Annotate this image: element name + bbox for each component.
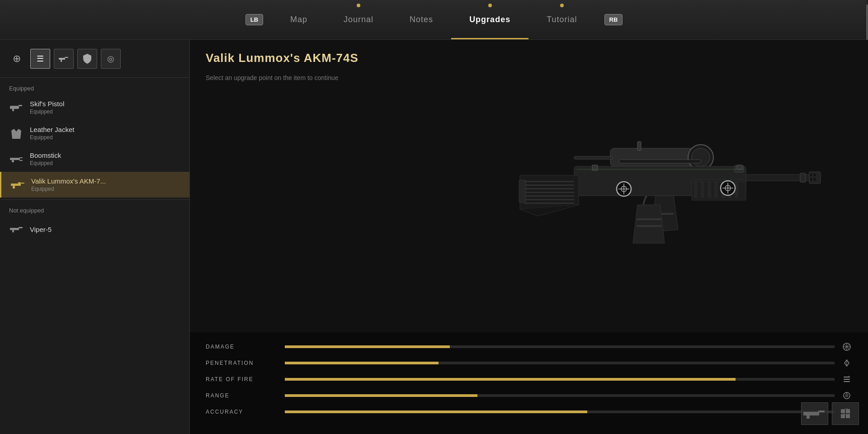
nav-item-tutorial[interactable]: Tutorial (528, 0, 595, 39)
rb-button[interactable]: RB (604, 14, 623, 25)
grid-view-button[interactable] (832, 402, 859, 425)
svg-rect-1 (65, 57, 68, 58)
boomstick-info: Boomstick Equipped (30, 151, 61, 166)
sidebar-icon-bar: ⊕ ☰ ◎ (0, 44, 189, 75)
svg-rect-6 (10, 158, 20, 160)
upgrade-hint: Select an upgrade point on the item to c… (206, 73, 852, 83)
nav-item-map[interactable]: Map (272, 0, 326, 39)
sidebar-item-valik-akm[interactable]: Valik Lummox's AKM-7... Equipped (0, 172, 189, 198)
main-layout: ⊕ ☰ ◎ Equipped (0, 40, 868, 434)
penetration-icon (841, 358, 852, 368)
bottom-right-icons (801, 402, 859, 425)
target-icon-btn[interactable]: ◎ (101, 49, 121, 69)
nav-items: Map Journal Notes Upgrades Tutorial (272, 0, 595, 39)
viper-icon (9, 222, 24, 236)
penetration-bar (285, 362, 835, 364)
viper-info: Viper-5 (30, 226, 52, 233)
equipped-label: Equipped (0, 80, 189, 94)
penetration-label: PENETRATION (206, 360, 278, 366)
list-icon-btn[interactable]: ☰ (30, 49, 50, 69)
svg-rect-83 (841, 414, 845, 418)
damage-icon (841, 341, 852, 352)
svg-rect-17 (610, 148, 701, 166)
svg-rect-10 (11, 184, 21, 186)
range-label: RANGE (206, 392, 278, 399)
svg-rect-58 (524, 199, 574, 200)
svg-rect-37 (708, 182, 711, 198)
svg-rect-22 (619, 160, 701, 163)
damage-fill (285, 345, 450, 348)
svg-point-19 (692, 148, 710, 166)
svg-rect-24 (800, 173, 806, 182)
svg-rect-82 (846, 409, 850, 413)
svg-rect-84 (846, 414, 850, 418)
svg-rect-2 (61, 60, 62, 62)
gun-icon-btn[interactable] (54, 49, 74, 69)
svg-rect-56 (524, 192, 574, 193)
svg-rect-36 (701, 182, 704, 198)
scrollbar-thumb (866, 5, 868, 41)
viper-name: Viper-5 (30, 226, 52, 233)
svg-rect-13 (18, 182, 20, 184)
sidebar-item-skifs-pistol[interactable]: Skif's Pistol Equipped (0, 94, 189, 120)
weapon-title: Valik Lummox's AKM-74S (206, 51, 852, 65)
stats-section: DAMAGE PENETRATION (190, 332, 868, 434)
svg-rect-11 (20, 183, 24, 184)
nav-item-journal[interactable]: Journal (326, 0, 392, 39)
top-navigation: LB Map Journal Notes Upgrades Tutorial R… (0, 0, 868, 40)
stat-row-rate-of-fire: RATE OF FIRE (206, 374, 852, 385)
svg-rect-80 (807, 415, 810, 419)
svg-rect-15 (19, 227, 23, 228)
sidebar-item-leather-jacket[interactable]: Leather Jacket Equipped (0, 120, 189, 146)
penetration-fill (285, 362, 439, 364)
svg-rect-32 (637, 218, 661, 220)
jacket-info: Leather Jacket Equipped (30, 126, 74, 141)
svg-rect-25 (809, 172, 821, 184)
crosshair-icon[interactable]: ⊕ (7, 49, 27, 69)
content-header: Valik Lummox's AKM-74S Select an upgrade… (190, 40, 868, 87)
weapon-thumbnail (801, 402, 828, 425)
svg-rect-27 (810, 178, 812, 181)
svg-rect-3 (10, 106, 19, 109)
rate-of-fire-label: RATE OF FIRE (206, 376, 278, 382)
stat-row-damage: DAMAGE (206, 341, 852, 352)
boomstick-status: Equipped (30, 160, 61, 166)
jacket-icon (9, 126, 24, 141)
stat-row-penetration: PENETRATION (206, 358, 852, 368)
svg-rect-26 (810, 174, 812, 176)
jacket-status: Equipped (30, 134, 74, 141)
damage-label: DAMAGE (206, 344, 278, 350)
svg-rect-8 (19, 160, 23, 161)
svg-rect-53 (524, 181, 574, 182)
svg-rect-61 (692, 181, 745, 182)
svg-rect-9 (12, 160, 14, 162)
akm-icon (10, 178, 25, 192)
badge-icon-btn[interactable] (77, 49, 97, 69)
rate-of-fire-icon (841, 374, 852, 385)
svg-rect-20 (574, 156, 613, 159)
svg-rect-4 (19, 105, 22, 106)
range-bar (285, 394, 835, 397)
sidebar-divider-top (0, 77, 189, 78)
svg-rect-57 (524, 195, 574, 197)
accuracy-bar (285, 410, 835, 413)
svg-rect-0 (59, 58, 65, 60)
boomstick-icon (9, 152, 24, 166)
lb-button[interactable]: LB (245, 14, 263, 25)
jacket-name: Leather Jacket (30, 126, 74, 133)
stat-row-range: RANGE (206, 390, 852, 401)
svg-rect-81 (841, 409, 845, 413)
boomstick-name: Boomstick (30, 151, 61, 159)
sidebar-item-boomstick[interactable]: Boomstick Equipped (0, 146, 189, 172)
svg-rect-5 (12, 108, 14, 111)
sidebar-divider-mid (0, 199, 189, 200)
svg-rect-60 (576, 169, 744, 170)
svg-rect-79 (818, 410, 825, 412)
sidebar-item-viper5[interactable]: Viper-5 (0, 217, 189, 242)
pistol-name: Skif's Pistol (30, 100, 64, 108)
nav-item-notes[interactable]: Notes (392, 0, 451, 39)
weapon-display (190, 87, 868, 332)
pistol-info: Skif's Pistol Equipped (30, 100, 64, 115)
nav-item-upgrades[interactable]: Upgrades (451, 0, 528, 39)
svg-rect-28 (814, 174, 816, 176)
